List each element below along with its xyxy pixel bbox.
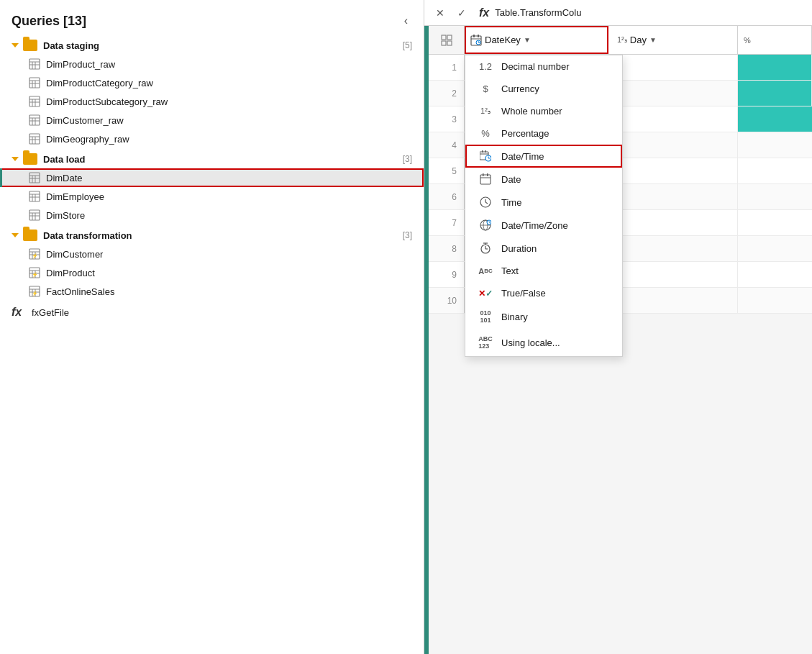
group-data-load: Data load [3] DimDate DimEmployee DimSto… <box>0 150 424 224</box>
query-item-dimcustomer-raw[interactable]: DimCustomer_raw <box>0 111 424 130</box>
empty-cell <box>738 262 812 287</box>
locale-icon: ABC123 <box>477 336 494 350</box>
dropdown-label-text: Text <box>501 265 519 276</box>
svg-rect-71 <box>482 150 483 153</box>
group-name-data-load: Data load <box>43 154 403 165</box>
cell-day: 1 <box>608 288 738 313</box>
data-preview-panel: ✕ ✓ fx Table.TransformColu <box>424 0 812 654</box>
formula-text: Table.TransformColu <box>495 7 806 18</box>
dropdown-label-decimal: Decimal number <box>501 61 570 72</box>
folder-icon <box>23 230 37 241</box>
duration-icon <box>477 242 494 254</box>
dropdown-item-text[interactable]: ABC Text <box>465 260 622 282</box>
content-area: 1.2 Decimal number $ Currency 1²₃ Whole … <box>429 55 812 654</box>
dropdown-label-currency: Currency <box>501 83 539 94</box>
row-number: 6 <box>429 184 465 209</box>
cell-day <box>608 81 738 106</box>
col-header-datekey[interactable]: DateKey ▼ <box>465 26 608 54</box>
group-expand-icon <box>12 43 19 47</box>
svg-rect-76 <box>480 175 491 184</box>
dropdown-item-whole[interactable]: 1²₃ Whole number <box>465 100 622 122</box>
dropdown-arrow-day[interactable]: ▼ <box>649 36 657 44</box>
query-name-dimemployee: DimEmployee <box>46 191 104 202</box>
query-item-factonlinesales[interactable]: ⚡ FactOnlineSales <box>0 282 424 301</box>
col-header-name-day: Day <box>630 35 647 45</box>
dropdown-item-datetimezone[interactable]: Date/Time/Zone <box>465 214 622 237</box>
fx-icon: fx <box>12 306 26 319</box>
group-header-data-load[interactable]: Data load [3] <box>0 150 424 168</box>
cell-day <box>608 106 738 132</box>
dropdown-item-time[interactable]: Time <box>465 191 622 214</box>
group-header-data-transformation[interactable]: Data transformation [3] <box>0 226 424 245</box>
table-icon <box>29 172 40 183</box>
dropdown-label-whole: Whole number <box>501 106 562 117</box>
query-item-fxgetfile[interactable]: fx fxGetFile <box>0 302 424 322</box>
dropdown-item-locale[interactable]: ABC123 Using locale... <box>465 330 622 356</box>
query-name-dimstore: DimStore <box>46 210 85 221</box>
row-number: 4 <box>429 132 465 158</box>
query-item-dimcustomer[interactable]: ⚡ DimCustomer <box>0 245 424 263</box>
dropdown-item-date[interactable]: Date <box>465 168 622 191</box>
row-number: 9 <box>429 262 465 287</box>
row-number: 5 <box>429 158 465 183</box>
dropdown-item-currency[interactable]: $ Currency <box>465 78 622 100</box>
table-icon <box>29 191 40 202</box>
query-item-dimemployee[interactable]: DimEmployee <box>0 187 424 206</box>
empty-cell <box>738 184 812 209</box>
dropdown-item-percentage[interactable]: % Percentage <box>465 122 622 145</box>
query-item-dimproduct[interactable]: ⚡ DimProduct <box>0 263 424 282</box>
dropdown-item-datetime[interactable]: Date/Time <box>465 145 622 168</box>
query-item-dimproduct-raw[interactable]: DimProduct_raw <box>0 55 424 73</box>
row-number-header <box>429 26 465 54</box>
decimal-icon: 1.2 <box>477 61 494 72</box>
svg-text:⚡: ⚡ <box>32 271 38 278</box>
dropdown-label-percentage: Percentage <box>501 128 549 139</box>
svg-rect-65 <box>478 35 479 37</box>
dropdown-label-time: Time <box>501 197 521 208</box>
table-icon <box>29 58 40 70</box>
query-item-dimstore[interactable]: DimStore <box>0 206 424 224</box>
svg-rect-0 <box>29 59 40 69</box>
teal-bar-cell <box>738 81 812 106</box>
query-name-dimcustomer: DimCustomer <box>46 249 103 260</box>
dropdown-item-duration[interactable]: Duration <box>465 237 622 260</box>
query-item-dimproductcategory-raw[interactable]: DimProductCategory_raw <box>0 73 424 92</box>
empty-cell <box>738 132 812 158</box>
binary-icon: 010101 <box>477 310 494 324</box>
dropdown-item-binary[interactable]: 010101 Binary <box>465 304 622 330</box>
datetime-icon <box>477 150 494 162</box>
svg-text:⚡: ⚡ <box>32 253 38 259</box>
formula-close-button[interactable]: ✕ <box>430 4 450 22</box>
query-item-dimgeography-raw[interactable]: DimGeography_raw <box>0 130 424 148</box>
query-item-dimproductsubcategory-raw[interactable]: DimProductSubcategory_raw <box>0 92 424 111</box>
dropdown-item-truefalse[interactable]: ✕ ✓ True/False <box>465 282 622 304</box>
empty-cell <box>738 236 812 261</box>
col-header-extra: % <box>738 26 812 54</box>
group-header-data-staging[interactable]: Data staging [5] <box>0 36 424 55</box>
formula-confirm-button[interactable]: ✓ <box>452 4 472 22</box>
lightning-table-icon: ⚡ <box>29 267 40 278</box>
col-header-day[interactable]: 1²₃ Day ▼ <box>608 26 738 54</box>
folder-icon <box>23 40 37 51</box>
query-name-dimcustomer-raw: DimCustomer_raw <box>46 115 124 126</box>
row-number: 1 <box>429 55 465 80</box>
dropdown-item-decimal[interactable]: 1.2 Decimal number <box>465 55 622 78</box>
folder-icon <box>23 153 37 165</box>
column-header-row: DateKey ▼ 1²₃ Day ▼ % <box>429 26 812 55</box>
row-number: 2 <box>429 81 465 106</box>
collapse-button[interactable]: ‹ <box>400 13 412 29</box>
dropdown-arrow-datekey[interactable]: ▼ <box>524 36 531 44</box>
table-icon <box>29 77 40 88</box>
dropdown-label-locale: Using locale... <box>501 337 560 348</box>
group-count-data-transformation: [3] <box>403 230 412 240</box>
queries-panel: Queries [13] ‹ Data staging [5] DimProdu… <box>0 0 424 654</box>
cell-day <box>608 132 738 158</box>
query-item-dimdate[interactable]: DimDate <box>0 168 424 187</box>
lightning-table-icon: ⚡ <box>29 286 40 297</box>
teal-bar-cell <box>738 106 812 132</box>
svg-rect-10 <box>29 96 40 106</box>
text-icon: ABC <box>477 267 494 276</box>
svg-rect-64 <box>473 35 475 37</box>
empty-cell <box>738 210 812 235</box>
row-number: 3 <box>429 106 465 132</box>
